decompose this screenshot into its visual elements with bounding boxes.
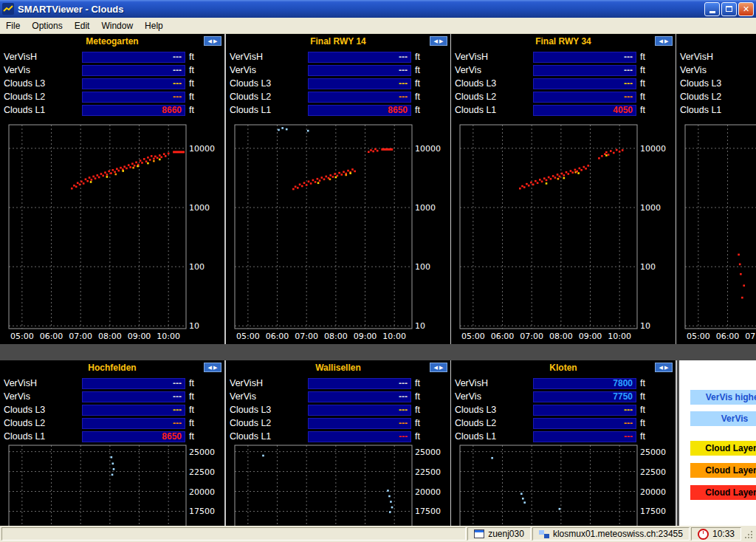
minimize-button[interactable]	[704, 2, 720, 16]
svg-text:10: 10	[640, 321, 650, 331]
unit-label: ft	[189, 418, 194, 428]
svg-text:20000: 20000	[189, 487, 215, 497]
svg-text:10: 10	[189, 321, 199, 331]
panel-header: Final RWY 34 ◀ ▶	[451, 34, 676, 49]
svg-text:20000: 20000	[640, 487, 666, 497]
unit-label: ft	[189, 52, 194, 62]
station-panel: Final RWY 34 ◀ ▶ VerVisH---ftVerVis---ft…	[451, 34, 676, 344]
menu-window[interactable]: Window	[95, 19, 139, 32]
measurement-value: ---	[173, 78, 182, 89]
measurement-value: ---	[399, 405, 408, 415]
unit-label: ft	[189, 405, 194, 415]
menu-edit[interactable]: Edit	[69, 19, 96, 32]
measurement-label: Clouds L1	[4, 431, 82, 442]
measurement-row: Clouds L2---ft	[0, 416, 224, 430]
arrow-left-icon: ◀	[434, 365, 438, 371]
measurement-label: VerVis	[4, 65, 82, 75]
panel-header: Hochfelden ◀ ▶	[0, 360, 224, 375]
measurement-value: ---	[624, 52, 633, 62]
measurement-label: VerVisH	[4, 52, 82, 62]
svg-text:09:00: 09:00	[579, 332, 602, 341]
menu-help[interactable]: Help	[139, 19, 169, 32]
status-user: zuenj030	[467, 527, 531, 541]
legend-item-0[interactable]: VerVis highes	[690, 390, 756, 405]
measurement-value: ---	[399, 391, 408, 402]
panel-nav-arrows-button[interactable]: ◀ ▶	[430, 363, 447, 372]
value-field: ---	[533, 52, 636, 63]
value-field: ---	[82, 391, 185, 402]
measurement-row: Clouds L3---ft	[0, 77, 224, 90]
unit-label: ft	[415, 92, 420, 102]
measurement-label: Clouds L1	[230, 105, 308, 115]
measurement-label: Clouds L1	[4, 105, 82, 115]
panel-title: Final RWY 14	[226, 36, 450, 47]
measurement-value: ---	[173, 418, 182, 428]
measurement-value: ---	[624, 65, 633, 75]
panel-nav-arrows-button[interactable]: ◀ ▶	[655, 36, 673, 46]
maximize-button[interactable]	[721, 2, 737, 16]
panel-nav-arrows-button[interactable]: ◀ ▶	[430, 36, 447, 46]
application-window: SMARTViewer - Clouds ✕ File Options Edit…	[0, 0, 756, 542]
panel-nav-arrows-button[interactable]: ◀ ▶	[655, 363, 673, 372]
measurement-value: ---	[399, 78, 408, 89]
measurement-row: VerVisH---ft	[226, 377, 450, 390]
value-field: ---	[308, 405, 411, 416]
value-field: 8650	[82, 431, 185, 442]
measurement-value: ---	[624, 92, 633, 102]
value-field: 8660	[82, 105, 185, 116]
measurement-label: Clouds L3	[230, 78, 308, 89]
arrow-right-icon: ▶	[213, 38, 217, 44]
legend-item-4[interactable]: Cloud Layer 1	[690, 485, 756, 500]
panel-nav-arrows-button[interactable]: ◀ ▶	[204, 363, 221, 372]
measurement-row: VerVis---ft	[0, 64, 224, 77]
measurement-label: Clouds L3	[4, 405, 82, 415]
panel-rows: VerVisH---ftVerVis---ftClouds L3---ftClo…	[451, 50, 676, 117]
measurement-row: VerVisH---ft	[0, 50, 224, 64]
station-panel: Hochfelden ◀ ▶ VerVisH---ftVerVis---ftCl…	[0, 360, 224, 542]
svg-text:25000: 25000	[415, 447, 441, 457]
legend-item-2[interactable]: Cloud Layer 3	[690, 441, 756, 456]
measurement-label: VerVis	[455, 65, 533, 75]
menu-file[interactable]: File	[0, 19, 26, 32]
station-panel: ◀ ▶ VerVisHftVerVisftClouds L3ftClouds L…	[676, 34, 756, 344]
measurement-label: Clouds L3	[4, 78, 82, 89]
value-field: ---	[82, 418, 185, 429]
unit-label: ft	[640, 92, 645, 102]
app-icon[interactable]	[2, 3, 14, 15]
measurement-label: VerVis	[455, 391, 533, 402]
window-title: SMARTViewer - Clouds	[18, 4, 703, 15]
measurement-value: ---	[624, 431, 633, 442]
panel-header: Final RWY 14 ◀ ▶	[226, 34, 450, 49]
measurement-row: Clouds L2---ft	[451, 90, 676, 103]
legend-item-1[interactable]: VerVis	[690, 411, 756, 426]
close-button[interactable]: ✕	[738, 2, 754, 16]
measurement-label: VerVisH	[680, 52, 756, 62]
measurement-value: ---	[399, 65, 408, 75]
unit-label: ft	[415, 431, 420, 442]
legend-item-3[interactable]: Cloud Layer 2	[690, 463, 756, 478]
panel-nav-arrows-button[interactable]: ◀ ▶	[204, 36, 221, 46]
resize-grip[interactable]	[743, 527, 755, 541]
arrow-left-icon: ◀	[659, 365, 663, 371]
measurement-label: VerVisH	[230, 378, 308, 388]
station-panel: Meteogarten ◀ ▶ VerVisH---ftVerVis---ftC…	[0, 34, 224, 344]
arrow-right-icon: ▶	[439, 38, 443, 44]
measurement-row: VerVisH---ft	[451, 50, 676, 64]
panel-title: Final RWY 34	[451, 36, 676, 47]
arrow-right-icon: ▶	[213, 365, 217, 371]
station-panel: Wallisellen ◀ ▶ VerVisH---ftVerVis---ftC…	[226, 360, 450, 542]
measurement-row: Clouds L2---ft	[451, 416, 676, 430]
window-icon	[474, 529, 484, 538]
cloud-scatter-chart: 05:0006:0007:0008:0009:0010:001000010001…	[676, 120, 756, 344]
unit-label: ft	[415, 418, 420, 428]
svg-text:07:00: 07:00	[745, 332, 756, 341]
menu-options[interactable]: Options	[26, 19, 68, 32]
unit-label: ft	[415, 378, 420, 388]
value-field: ---	[82, 52, 185, 63]
measurement-row: Clouds L1---ft	[226, 430, 450, 443]
svg-text:22500: 22500	[189, 467, 215, 477]
measurement-label: Clouds L3	[680, 78, 756, 89]
svg-text:07:00: 07:00	[520, 332, 543, 341]
measurement-value: ---	[173, 92, 182, 102]
measurement-label: Clouds L2	[680, 92, 756, 102]
